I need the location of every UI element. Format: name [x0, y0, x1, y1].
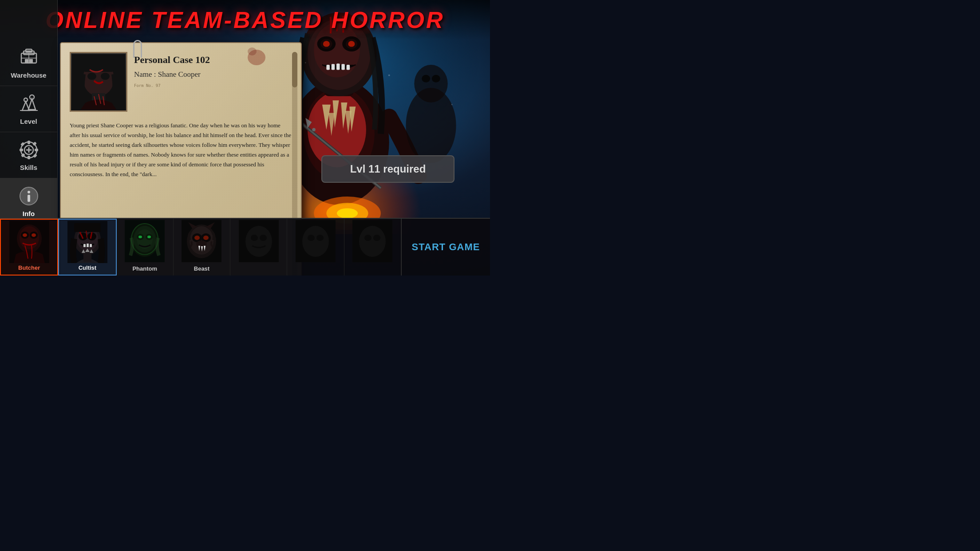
warehouse-label: Warehouse [11, 71, 46, 79]
svg-rect-99 [90, 244, 92, 247]
svg-point-121 [203, 236, 209, 240]
svg-rect-67 [33, 153, 37, 158]
svg-rect-97 [83, 244, 86, 247]
svg-point-45 [388, 75, 390, 76]
char-name-butcher: Butcher [18, 264, 40, 271]
svg-point-132 [308, 235, 315, 241]
info-icon [18, 185, 40, 207]
svg-point-136 [364, 235, 371, 241]
svg-rect-65 [35, 149, 38, 151]
lvl-required-badge: Lvl 11 required [321, 155, 454, 183]
svg-point-47 [451, 104, 453, 105]
skills-icon [18, 139, 40, 161]
char-slot-cultist[interactable]: Cultist [58, 219, 116, 276]
char-portrait-6 [287, 219, 344, 263]
info-label: Info [23, 210, 35, 217]
svg-point-30 [348, 41, 355, 47]
svg-point-38 [337, 208, 358, 218]
char-portrait-cultist [59, 220, 115, 264]
svg-point-79 [101, 73, 110, 80]
level-label: Level [20, 118, 37, 125]
svg-point-17 [312, 128, 316, 131]
case-title-block: Personal Case 102 Name : Shane Cooper Fo… [134, 52, 292, 112]
sidebar-item-skills[interactable]: Skills [0, 132, 57, 178]
svg-rect-64 [20, 149, 23, 151]
svg-rect-94 [74, 223, 101, 232]
svg-marker-57 [28, 99, 36, 110]
paper-clip [133, 40, 142, 58]
svg-point-131 [302, 226, 329, 257]
form-watermark: Form No. 97 [134, 83, 292, 88]
title-bar: ONLINE TEAM-BASED HORROR [0, 0, 490, 40]
start-game-label: START GAME [412, 241, 480, 254]
char-slot-phantom[interactable]: Phantom [117, 219, 174, 276]
char-slot-beast[interactable]: Beast [174, 219, 230, 276]
skills-label: Skills [20, 164, 37, 171]
svg-rect-63 [28, 156, 30, 159]
svg-point-29 [323, 41, 330, 47]
svg-rect-33 [336, 63, 340, 70]
case-photo [70, 52, 127, 112]
svg-point-89 [23, 233, 27, 237]
level-icon [18, 93, 40, 115]
scroll-thumb[interactable] [292, 52, 297, 87]
svg-point-42 [432, 75, 440, 83]
start-game-button[interactable]: START GAME [401, 218, 490, 276]
svg-point-73 [28, 191, 30, 193]
svg-point-128 [251, 235, 258, 241]
svg-point-40 [415, 65, 448, 102]
char-slot-5[interactable] [230, 219, 287, 276]
char-name-cultist: Cultist [79, 264, 96, 271]
char-portrait-phantom [117, 219, 173, 263]
svg-rect-98 [87, 244, 89, 247]
svg-rect-77 [83, 59, 114, 72]
char-portrait-beast [174, 219, 230, 263]
character-bar: Butcher [0, 218, 401, 276]
svg-rect-74 [28, 195, 30, 202]
svg-rect-34 [342, 64, 345, 70]
svg-rect-54 [29, 59, 33, 63]
svg-rect-35 [347, 65, 350, 70]
svg-point-56 [24, 98, 28, 102]
sidebar-item-level[interactable]: Level [0, 86, 57, 132]
char-name-phantom: Phantom [132, 265, 157, 272]
svg-rect-69 [32, 142, 37, 146]
svg-point-120 [194, 236, 200, 240]
warehouse-icon [18, 47, 40, 69]
svg-point-78 [87, 73, 96, 80]
svg-point-137 [373, 235, 380, 241]
svg-rect-32 [332, 64, 335, 70]
case-number: Personal Case 102 [134, 54, 292, 66]
svg-point-129 [260, 235, 267, 241]
svg-point-44 [305, 62, 306, 63]
char-slot-7[interactable] [344, 219, 401, 276]
svg-rect-53 [25, 59, 28, 63]
char-slot-6[interactable] [287, 219, 344, 276]
svg-point-111 [147, 236, 151, 238]
char-portrait-5 [230, 219, 287, 263]
svg-point-127 [245, 226, 272, 257]
svg-point-133 [316, 235, 324, 241]
svg-rect-66 [20, 142, 25, 146]
game-title: ONLINE TEAM-BASED HORROR [45, 7, 444, 33]
character-portrait [72, 54, 125, 110]
char-portrait-butcher [1, 220, 57, 264]
svg-point-135 [359, 226, 386, 257]
case-name: Name : Shane Cooper [134, 70, 292, 79]
svg-rect-100 [83, 253, 91, 262]
case-body: Young priest Shane Cooper was a religiou… [70, 121, 292, 180]
case-photo-inner [71, 53, 126, 110]
svg-point-110 [138, 236, 142, 238]
svg-point-90 [32, 233, 36, 237]
svg-point-41 [422, 75, 431, 83]
sidebar-item-warehouse[interactable]: Warehouse [0, 40, 57, 86]
svg-rect-62 [28, 141, 30, 144]
char-name-beast: Beast [194, 265, 209, 272]
svg-rect-31 [327, 65, 330, 70]
case-header: Personal Case 102 Name : Shane Cooper Fo… [70, 52, 292, 112]
lvl-required-text: Lvl 11 required [350, 163, 426, 175]
char-slot-butcher[interactable]: Butcher [0, 219, 58, 276]
char-portrait-7 [344, 219, 401, 263]
